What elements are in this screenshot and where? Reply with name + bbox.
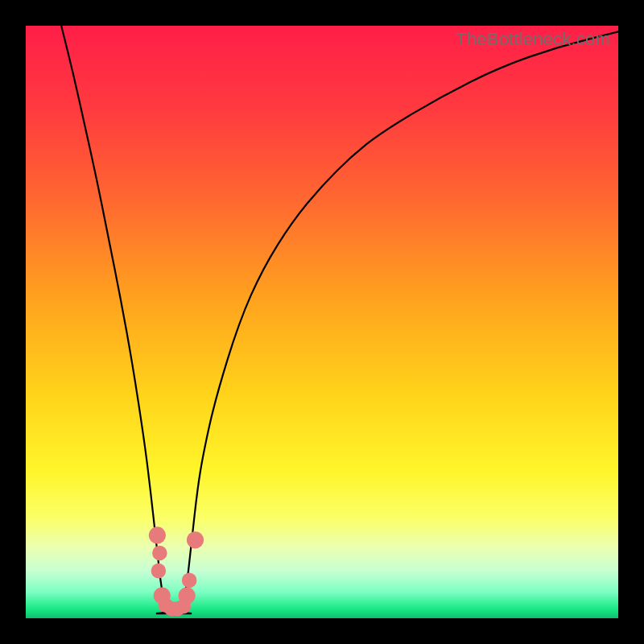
plot-area: TheBottleneck.com [26,26,618,618]
watermark-text: TheBottleneck.com [456,29,610,50]
curve-dot [179,587,196,604]
chart-svg [26,26,618,618]
curve-dot [149,526,166,543]
gradient-background [26,26,618,618]
curve-dot [151,564,167,579]
chart-frame: TheBottleneck.com [0,0,644,644]
curve-dot [152,546,167,561]
curve-dot [187,531,204,548]
curve-dot [182,573,197,588]
